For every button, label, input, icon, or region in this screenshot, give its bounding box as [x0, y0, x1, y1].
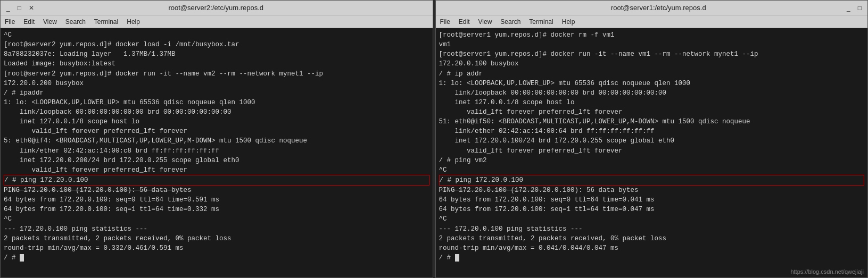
menu-view-right[interactable]: View	[478, 18, 492, 26]
watermark: https://blog.csdn.net/qwejiaji	[790, 268, 864, 275]
terminal-line: 172.20.0.100 busybox	[439, 59, 865, 69]
terminal-line: --- 172.20.0.100 ping statistics ---	[4, 224, 429, 234]
menu-search-right[interactable]: Search	[500, 18, 520, 26]
terminal-line: 2 packets transmitted, 2 packets receive…	[439, 234, 865, 243]
terminal-line: / # ipaddr	[4, 88, 429, 98]
terminal-line: ^C	[439, 165, 865, 175]
terminal-line: 51: eth0@if50: <BROADCAST,MULTICAST,UP,L…	[439, 117, 865, 127]
titlebar-right: root@server1:/etc/yum.repos.d _ □	[436, 1, 868, 15]
terminal-line: 1: lo: <LOOPBACK,UP,LOWER_UP> mtu 65536 …	[4, 98, 429, 107]
terminal-line: ^C	[4, 214, 429, 224]
menu-terminal-right[interactable]: Terminal	[529, 18, 553, 26]
terminal-line: inet 127.0.0.1/8 scope host lo	[4, 117, 429, 127]
terminal-line: valid_lft forever preferred_lft forever	[439, 107, 865, 117]
terminal-right[interactable]: root@server1:/etc/yum.repos.d _ □ File E…	[435, 0, 869, 278]
terminal-line: 64 bytes from 172.20.0.100: seq=0 ttl=64…	[4, 195, 429, 205]
menu-file-left[interactable]: File	[5, 18, 15, 26]
terminal-line: / # ip addr	[439, 69, 865, 79]
title-left: root@server2:/etc/yum.repos.d	[36, 4, 396, 12]
terminal-line: link/loopback 00:00:00:00:00:00 brd 00:0…	[4, 107, 429, 117]
terminal-line: valid_lft forever preferred_lft forever	[4, 165, 429, 175]
terminal-line: 172.20.0.200 busybox	[4, 79, 429, 88]
terminal-line: vm1	[439, 40, 865, 49]
menu-help-right[interactable]: Help	[562, 18, 575, 26]
window-controls-left[interactable]: _ □ ✕	[5, 4, 36, 12]
terminal-line-last: / #	[439, 254, 459, 262]
menu-file-right[interactable]: File	[440, 18, 450, 26]
minimize-btn-right[interactable]: _	[845, 4, 852, 12]
terminal-line: Loaded image: busybox:latest	[4, 59, 429, 69]
menu-help-left[interactable]: Help	[127, 18, 140, 26]
menu-edit-left[interactable]: Edit	[23, 18, 35, 26]
terminal-body-left[interactable]: ^C[root@server2 yum.repos.d]# docker loa…	[1, 28, 433, 277]
terminal-line: [root@server1 yum.repos.d]# docker rm -f…	[439, 30, 865, 40]
maximize-btn-right[interactable]: □	[856, 4, 863, 12]
terminal-line: valid_lft forever preferred_lft forever	[4, 127, 429, 136]
window-controls-right[interactable]: _ □	[845, 4, 863, 12]
terminal-line: [root@server1 yum.repos.d]# docker run -…	[439, 49, 865, 59]
terminal-line: inet 172.20.0.200/24 brd 172.20.0.255 sc…	[4, 156, 429, 165]
minimize-btn-left[interactable]: _	[5, 4, 12, 12]
cursor-right	[455, 254, 459, 262]
terminal-line: ^C	[4, 30, 429, 40]
terminal-line: link/loopback 00:00:00:00:00:00 brd 00:0…	[439, 88, 865, 98]
menubar-right: File Edit View Search Terminal Help	[436, 15, 868, 28]
terminal-line: [root@server2 yum.repos.d]# docker run -…	[4, 69, 429, 79]
terminal-line: PING 172.20.0.100 (172.20.20.0.100): 56 …	[439, 186, 865, 195]
terminal-line: 64 bytes from 172.20.0.100: seq=0 ttl=64…	[439, 195, 865, 205]
terminal-line: 5: eth0@if4: <BROADCAST,MULTICAST,UP,LOW…	[4, 136, 429, 146]
maximize-btn-left[interactable]: □	[16, 4, 23, 12]
terminal-line-highlight: / # ping 172.20.0.100	[4, 175, 429, 186]
terminal-line: inet 127.0.0.1/8 scope host lo	[439, 98, 865, 107]
terminal-line-last: / #	[4, 254, 24, 262]
cursor-left	[20, 254, 24, 262]
menubar-left: File Edit View Search Terminal Help	[1, 15, 433, 28]
title-right: root@server1:/etc/yum.repos.d	[472, 4, 846, 12]
terminal-left[interactable]: _ □ ✕ root@server2:/etc/yum.repos.d File…	[0, 0, 433, 278]
terminal-line: [root@server2 yum.repos.d]# docker load …	[4, 40, 429, 49]
terminal-body-right[interactable]: [root@server1 yum.repos.d]# docker rm -f…	[436, 28, 868, 277]
terminal-line: 64 bytes from 172.20.0.100: seq=1 ttl=64…	[439, 205, 865, 214]
terminal-line: link/ether 02:42:ac:14:00:c8 brd ff:ff:f…	[4, 146, 429, 156]
terminal-line: ^C	[439, 214, 865, 224]
terminal-line: --- 172.20.0.100 ping statistics ---	[439, 224, 865, 234]
terminal-line: inet 172.20.0.100/24 brd 172.20.0.255 sc…	[439, 136, 865, 146]
terminal-line: link/ether 02:42:ac:14:00:64 brd ff:ff:f…	[439, 127, 865, 136]
menu-view-left[interactable]: View	[43, 18, 57, 26]
terminal-line: 1: lo: <LOOPBACK,UP,LOWER_UP> mtu 65536 …	[439, 79, 865, 88]
menu-edit-right[interactable]: Edit	[459, 18, 470, 26]
terminal-line: / # ping vm2	[439, 156, 865, 165]
titlebar-left: _ □ ✕ root@server2:/etc/yum.repos.d	[1, 1, 433, 15]
terminal-line: PING 172.20.0.100 (172.20.0.100): 56 dat…	[4, 186, 429, 195]
menu-terminal-left[interactable]: Terminal	[94, 18, 118, 26]
close-btn-left[interactable]: ✕	[27, 4, 36, 12]
terminal-line: valid_lft forever preferred_lft forever	[439, 146, 865, 156]
terminal-line: 64 bytes from 172.20.0.100: seq=1 ttl=64…	[4, 205, 429, 214]
menu-search-left[interactable]: Search	[65, 18, 86, 26]
terminal-line: 2 packets transmitted, 2 packets receive…	[4, 234, 429, 243]
terminal-line: round-trip min/avg/max = 0.041/0.044/0.0…	[439, 243, 865, 253]
terminal-line: round-trip min/avg/max = 0.332/0.461/0.5…	[4, 243, 429, 253]
terminal-line-highlight: / # ping 172.20.0.100	[439, 175, 865, 186]
terminal-line: 8a788232037e: Loading layer 1.37MB/1.37M…	[4, 49, 429, 59]
